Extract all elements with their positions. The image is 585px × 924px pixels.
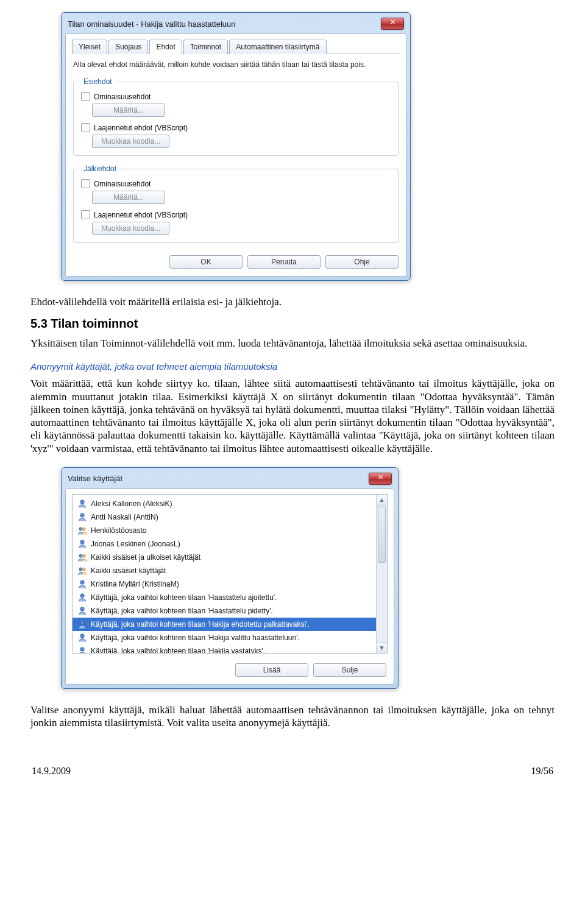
ok-button[interactable]: OK — [169, 255, 243, 269]
user-icon — [77, 593, 87, 602]
user-icon — [77, 619, 87, 629]
list-item-label: Antti Naskali (AnttiN) — [91, 513, 158, 521]
scroll-up-button[interactable]: ▲ — [377, 495, 387, 506]
list-item-label: Kaikki sisäiset käyttäjät — [91, 566, 166, 575]
post-define-button[interactable]: Määritä... — [92, 191, 165, 204]
list-item[interactable]: Käyttäjä, joka vaihtoi kohteen tilaan 'H… — [73, 604, 387, 618]
user-icon — [77, 539, 87, 549]
list-item-label: Käyttäjä, joka vaihtoi kohteen tilaan 'H… — [91, 607, 273, 615]
list-item-label: Käyttäjä, joka vaihtoi kohteen tilaan 'H… — [91, 593, 277, 602]
paragraph-section-intro: Yksittäisen tilan Toiminnot-välilehdellä… — [30, 337, 555, 350]
dialog2-close-button[interactable]: ✕ — [369, 473, 392, 485]
list-item-label: Käyttäjä, joka vaihtoi kohteen tilaan 'H… — [91, 647, 265, 654]
list-item-label: Joonas Leskinen (JoonasL) — [91, 540, 180, 548]
list-item[interactable]: Kristiina Mylläri (KristiinaM) — [73, 577, 387, 591]
list-item-label: Käyttäjä, joka vaihtoi kohteen tilaan 'H… — [91, 620, 310, 629]
list-item-label: Henkilöstöosasto — [91, 526, 146, 535]
preconditions-legend: Esiehdot — [81, 77, 115, 86]
tab-strip: Yleiset Suojaus Ehdot Toiminnot Automaat… — [72, 39, 400, 54]
footer-date: 14.9.2009 — [32, 766, 71, 777]
add-button[interactable]: Lisää — [235, 663, 308, 677]
paragraph-after-dialog2: Valitse anonyymi käyttäjä, mikäli haluat… — [30, 704, 555, 730]
postconditions-group: Jälkiehdot Ominaisuusehdot Määritä... La… — [73, 164, 399, 243]
post-extended-conditions-checkbox[interactable] — [81, 210, 90, 219]
tab-intro-text: Alla olevat ehdot määräävät, milloin koh… — [73, 60, 399, 69]
help-button[interactable]: Ohje — [325, 255, 399, 269]
list-item-label: Käyttäjä, joka vaihtoi kohteen tilaan 'H… — [91, 633, 300, 642]
dialog2-title: Valitse käyttäjät — [68, 474, 122, 483]
user-icon — [77, 646, 87, 654]
close-button[interactable]: ✕ — [381, 18, 404, 30]
close-icon: ✕ — [378, 473, 383, 481]
anonymous-users-subheading: Anonyymit käyttäjät, jotka ovat tehneet … — [30, 361, 555, 373]
page-footer: 14.9.2009 19/56 — [30, 766, 555, 777]
section-heading: 5.3 Tilan toiminnot — [30, 317, 555, 331]
property-conditions-checkbox[interactable] — [81, 92, 90, 101]
users-icon — [77, 566, 87, 576]
user-icon — [77, 579, 87, 589]
tab-actions[interactable]: Toiminnot — [183, 40, 228, 54]
define-button[interactable]: Määritä... — [92, 104, 165, 117]
post-edit-code-button[interactable]: Muokkaa koodia... — [92, 222, 169, 235]
edit-code-button[interactable]: Muokkaa koodia... — [92, 135, 169, 148]
user-icon — [77, 633, 87, 643]
user-icon — [77, 606, 87, 616]
user-listbox[interactable]: Aleksi Kallonen (AleksiK)Antti Naskali (… — [72, 494, 388, 654]
cancel-button[interactable]: Peruuta — [247, 255, 321, 269]
tab-security[interactable]: Suojaus — [108, 40, 148, 54]
scroll-down-button[interactable]: ▼ — [377, 642, 387, 653]
select-users-dialog: Valitse käyttäjät ✕ Aleksi Kallonen (Ale… — [61, 467, 399, 689]
user-icon — [77, 512, 87, 522]
list-item-label: Aleksi Kallonen (AleksiK) — [91, 499, 172, 508]
preconditions-group: Esiehdot Ominaisuusehdot Määritä... Laaj… — [73, 77, 399, 156]
list-item[interactable]: Henkilöstöosasto — [73, 524, 387, 537]
list-item[interactable]: Käyttäjä, joka vaihtoi kohteen tilaan 'H… — [73, 644, 387, 654]
scrollbar[interactable]: ▲ ▼ — [376, 495, 387, 653]
close-icon: ✕ — [390, 18, 395, 26]
list-item[interactable]: Joonas Leskinen (JoonasL) — [73, 537, 387, 551]
post-property-conditions-label: Ominaisuusehdot — [94, 180, 151, 188]
extended-conditions-label: Laajennetut ehdot (VBScript) — [94, 124, 188, 132]
postconditions-legend: Jälkiehdot — [81, 164, 119, 173]
dialog2-titlebar[interactable]: Valitse käyttäjät ✕ — [65, 471, 394, 488]
footer-page-number: 19/56 — [531, 766, 553, 777]
state-properties-dialog: Tilan ominaisuudet - Hakija valittu haas… — [61, 12, 411, 281]
property-conditions-label: Ominaisuusehdot — [94, 93, 151, 101]
close-dialog-button[interactable]: Sulje — [313, 663, 386, 677]
tab-conditions[interactable]: Ehdot — [149, 40, 182, 54]
scroll-thumb[interactable] — [378, 507, 386, 563]
list-item[interactable]: Käyttäjä, joka vaihtoi kohteen tilaan 'H… — [73, 591, 387, 604]
list-item[interactable]: Käyttäjä, joka vaihtoi kohteen tilaan 'H… — [73, 618, 387, 631]
extended-conditions-checkbox[interactable] — [81, 123, 90, 132]
list-item[interactable]: Kaikki sisäiset käyttäjät — [73, 564, 387, 577]
users-icon — [77, 526, 87, 535]
tab-auto-transition[interactable]: Automaattinen tilasiirtymä — [229, 40, 326, 54]
list-item[interactable]: Antti Naskali (AnttiN) — [73, 510, 387, 524]
post-property-conditions-checkbox[interactable] — [81, 179, 90, 188]
list-item[interactable]: Käyttäjä, joka vaihtoi kohteen tilaan 'H… — [73, 631, 387, 644]
tab-general[interactable]: Yleiset — [72, 40, 107, 54]
paragraph-anonymous-explanation: Voit määrittää, että kun kohde siirtyy k… — [30, 377, 555, 455]
users-icon — [77, 552, 87, 562]
list-item-label: Kristiina Mylläri (KristiinaM) — [91, 580, 179, 588]
user-icon — [77, 499, 87, 509]
paragraph-after-dialog1: Ehdot-välilehdellä voit määritellä erila… — [30, 295, 555, 308]
post-extended-conditions-label: Laajennetut ehdot (VBScript) — [94, 211, 188, 219]
dialog-title: Tilan ominaisuudet - Hakija valittu haas… — [68, 19, 236, 29]
list-item-label: Kaikki sisäiset ja ulkoiset käyttäjät — [91, 553, 200, 562]
list-item[interactable]: Kaikki sisäiset ja ulkoiset käyttäjät — [73, 551, 387, 564]
dialog-titlebar[interactable]: Tilan ominaisuudet - Hakija valittu haas… — [65, 16, 406, 34]
list-item[interactable]: Aleksi Kallonen (AleksiK) — [73, 497, 387, 510]
